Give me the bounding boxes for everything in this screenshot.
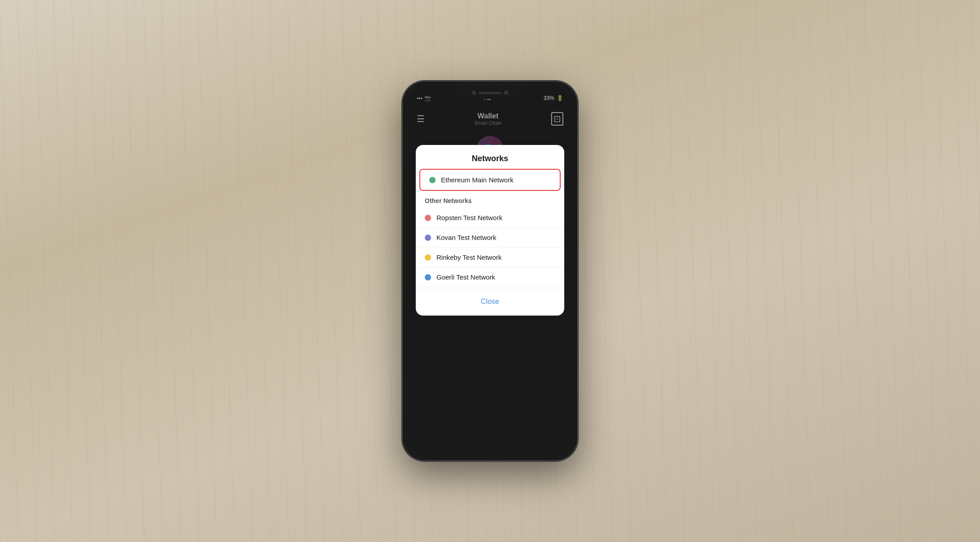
kovan-network-row[interactable]: Kovan Test Network	[416, 228, 564, 248]
rinkeby-network-row[interactable]: Rinkeby Test Network	[416, 248, 564, 267]
phone-notch	[456, 86, 524, 99]
ropsten-dot	[425, 215, 431, 221]
ropsten-network-row[interactable]: Ropsten Test Network	[416, 208, 564, 228]
speaker-bar	[479, 92, 501, 94]
goerli-dot	[425, 274, 431, 280]
rinkeby-network-label: Rinkeby Test Network	[436, 253, 502, 261]
other-networks-header: Other Networks	[416, 191, 564, 208]
close-button[interactable]: Close	[416, 291, 564, 312]
networks-modal: Networks Ethereum Main Network Other Net…	[416, 145, 564, 316]
selected-network-row[interactable]: Ethereum Main Network	[419, 169, 561, 191]
phone-screen: ▪▪▪ 📷 7:2 33% 🔋 ☰ Wallet Smart Chain ⊡ 🎭	[408, 86, 572, 456]
kovan-dot	[425, 235, 431, 241]
goerli-network-label: Goerli Test Network	[436, 273, 495, 281]
ropsten-network-label: Ropsten Test Network	[436, 214, 502, 221]
ethereum-dot	[429, 177, 436, 183]
camera-dot	[472, 90, 476, 95]
phone-frame: ▪▪▪ 📷 7:2 33% 🔋 ☰ Wallet Smart Chain ⊡ 🎭	[402, 81, 578, 461]
modal-overlay: Networks Ethereum Main Network Other Net…	[408, 86, 572, 456]
sensor-dot	[504, 90, 508, 95]
kovan-network-label: Kovan Test Network	[436, 234, 496, 241]
goerli-network-row[interactable]: Goerli Test Network	[416, 267, 564, 287]
close-divider	[416, 289, 564, 289]
ethereum-main-network-label: Ethereum Main Network	[441, 176, 513, 184]
rinkeby-dot	[425, 254, 431, 261]
modal-title: Networks	[416, 145, 564, 169]
